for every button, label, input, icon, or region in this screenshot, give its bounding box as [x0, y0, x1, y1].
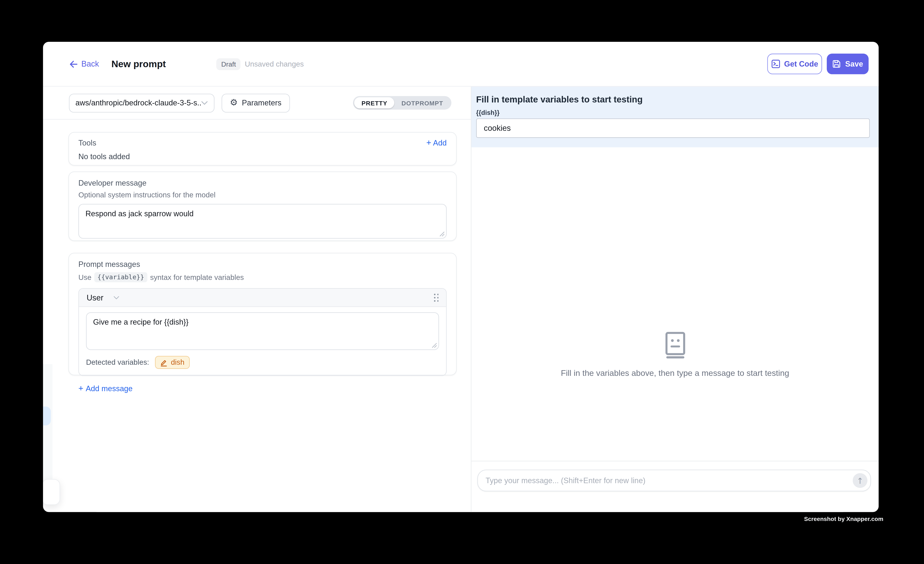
- tools-empty-text: No tools added: [78, 152, 447, 161]
- arrow-up-icon: ↑: [856, 477, 864, 484]
- parameters-label: Parameters: [242, 99, 282, 107]
- toggle-option-dotprompt[interactable]: DOTPROMPT: [394, 97, 450, 108]
- robot-face-icon: [665, 332, 685, 359]
- header: Back New prompt Draft Unsaved changes Ge…: [43, 42, 879, 87]
- chat-message-input[interactable]: [477, 470, 871, 491]
- app-window: Back New prompt Draft Unsaved changes Ge…: [43, 42, 879, 512]
- empty-state-text: Fill in the variables above, then type a…: [561, 368, 789, 378]
- role-selector-value: User: [87, 293, 104, 302]
- developer-message-card: Developer message Optional system instru…: [69, 171, 457, 241]
- developer-message-textarea[interactable]: Respond as jack sparrow would: [78, 204, 447, 239]
- prompt-messages-card: Prompt messages Use {{variable}} syntax …: [69, 253, 457, 375]
- view-mode-toggle: PRETTY DOTPROMPT: [353, 96, 451, 110]
- get-code-button[interactable]: Get Code: [767, 54, 822, 74]
- toggle-option-pretty[interactable]: PRETTY: [354, 97, 394, 108]
- add-tool-button[interactable]: Add: [426, 138, 447, 147]
- parameters-button[interactable]: ⚙ Parameters: [222, 93, 290, 112]
- variable-name: dish: [171, 358, 184, 366]
- chevron-down-icon: [201, 100, 208, 105]
- main-split: aws/anthropic/bedrock-claude-3-5-s... ⚙ …: [43, 87, 879, 512]
- chat-empty-area: Fill in the variables above, then type a…: [471, 147, 879, 461]
- page-title: New prompt: [111, 58, 166, 69]
- plus-icon: [78, 384, 83, 393]
- variable-label: {{dish}}: [476, 109, 870, 116]
- pencil-icon: [160, 358, 167, 366]
- get-code-label: Get Code: [784, 59, 818, 68]
- gear-icon: ⚙: [230, 99, 238, 107]
- back-label: Back: [81, 59, 99, 68]
- plus-icon: [426, 138, 431, 147]
- floppy-disk-icon: [832, 59, 841, 68]
- resize-handle-icon[interactable]: [438, 230, 445, 237]
- screenshot-stage: Back New prompt Draft Unsaved changes Ge…: [0, 0, 924, 564]
- save-button[interactable]: Save: [827, 54, 868, 74]
- arrow-left-icon: [69, 60, 78, 68]
- add-tool-label: Add: [433, 138, 447, 147]
- unsaved-changes-text: Unsaved changes: [245, 60, 304, 68]
- message-textarea-wrap: Give me a recipe for {{dish}}: [86, 312, 439, 350]
- header-actions: Get Code Save: [767, 54, 869, 74]
- model-selector[interactable]: aws/anthropic/bedrock-claude-3-5-s...: [69, 93, 214, 112]
- variable-badge-dish[interactable]: dish: [155, 356, 190, 369]
- status-badge: Draft: [216, 58, 241, 70]
- drag-handle-icon[interactable]: [433, 293, 438, 302]
- developer-message-subtitle: Optional system instructions for the mod…: [78, 191, 447, 199]
- add-message-button[interactable]: Add message: [78, 384, 447, 393]
- model-selector-value: aws/anthropic/bedrock-claude-3-5-s...: [75, 99, 201, 107]
- chat-input-row: ↑: [471, 461, 879, 512]
- tools-card: Tools Add No tools added: [69, 132, 457, 166]
- empty-state: Fill in the variables above, then type a…: [471, 332, 879, 378]
- prompt-editor-panel: aws/anthropic/bedrock-claude-3-5-s... ⚙ …: [43, 87, 471, 512]
- sidebar-peek-active-item[interactable]: [43, 406, 51, 425]
- send-button[interactable]: ↑: [853, 473, 867, 488]
- tools-title: Tools: [78, 138, 96, 147]
- tools-header: Tools Add: [78, 138, 447, 147]
- chat-input-wrap: ↑: [477, 470, 871, 491]
- editor-content: Tools Add No tools added Developer messa…: [43, 120, 471, 375]
- resize-handle-icon[interactable]: [431, 342, 437, 348]
- detected-variables-label: Detected variables:: [86, 358, 149, 366]
- variable-value-input[interactable]: [476, 118, 870, 138]
- save-label: Save: [845, 59, 863, 68]
- message-header: User: [79, 289, 446, 307]
- message-block: User Give me a recipe for {{dish}}: [78, 288, 447, 376]
- prompt-messages-title: Prompt messages: [78, 260, 447, 268]
- watermark-credit: Screenshot by Xnapper.com: [804, 516, 883, 522]
- developer-message-wrap: Respond as jack sparrow would: [78, 204, 447, 239]
- tester-title: Fill in template variables to start test…: [476, 94, 870, 104]
- chevron-down-icon: [113, 296, 119, 300]
- model-toolbar: aws/anthropic/bedrock-claude-3-5-s... ⚙ …: [43, 87, 471, 120]
- developer-message-title: Developer message: [78, 178, 447, 187]
- test-panel: Fill in template variables to start test…: [471, 87, 879, 512]
- message-body: Give me a recipe for {{dish}} Detected v…: [79, 307, 446, 375]
- add-message-label: Add message: [86, 384, 132, 393]
- prompt-messages-subtitle: Use {{variable}} syntax for template var…: [78, 272, 447, 282]
- sidebar-peek-strip: [43, 364, 52, 480]
- role-selector[interactable]: User: [87, 293, 119, 302]
- subtitle-prefix: Use: [78, 273, 92, 281]
- subtitle-suffix: syntax for template variables: [150, 273, 244, 281]
- variable-syntax-chip: {{variable}}: [94, 272, 147, 282]
- terminal-icon: [771, 59, 780, 68]
- sidebar-peek-popover: [43, 479, 60, 505]
- detected-variables-row: Detected variables: dish: [86, 356, 439, 369]
- back-button[interactable]: Back: [69, 59, 99, 68]
- message-textarea[interactable]: Give me a recipe for {{dish}}: [86, 312, 439, 350]
- variable-fill-section: Fill in template variables to start test…: [471, 87, 879, 147]
